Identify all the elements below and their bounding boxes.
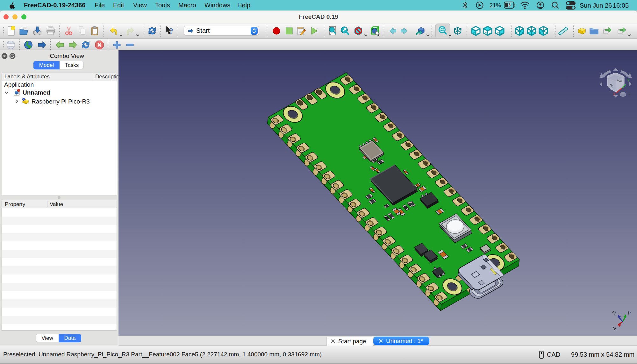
svg-text:Sun Jun 26: Sun Jun 26 bbox=[580, 2, 612, 9]
svg-text:16:05: 16:05 bbox=[613, 2, 629, 9]
svg-text:X: X bbox=[613, 92, 616, 96]
svg-text:21%: 21% bbox=[490, 2, 501, 9]
svg-text:Y: Y bbox=[627, 78, 630, 82]
svg-text:?: ? bbox=[169, 26, 173, 36]
